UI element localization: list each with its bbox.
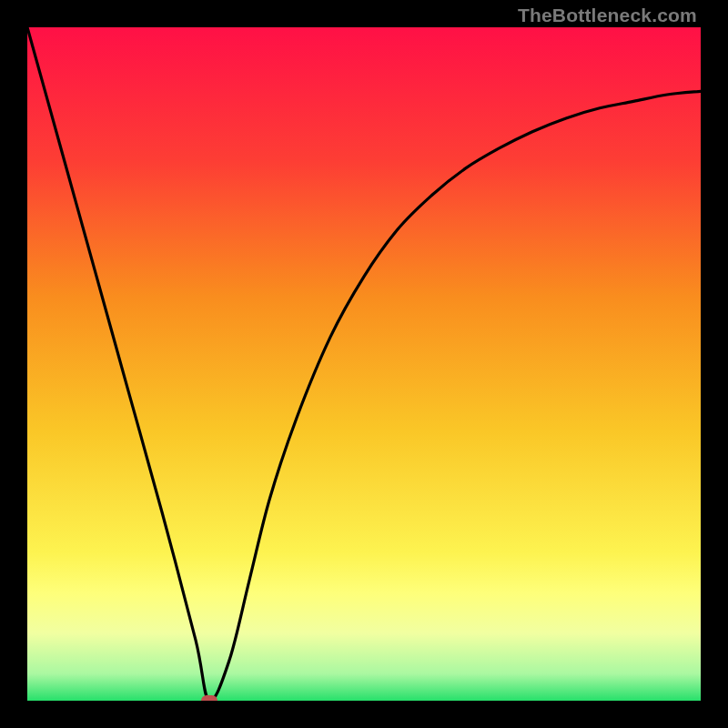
plot-area bbox=[27, 27, 701, 701]
watermark-text: TheBottleneck.com bbox=[518, 5, 697, 25]
chart-frame: TheBottleneck.com bbox=[0, 0, 728, 728]
bottleneck-curve bbox=[27, 27, 701, 701]
optimal-point-marker bbox=[201, 695, 217, 701]
